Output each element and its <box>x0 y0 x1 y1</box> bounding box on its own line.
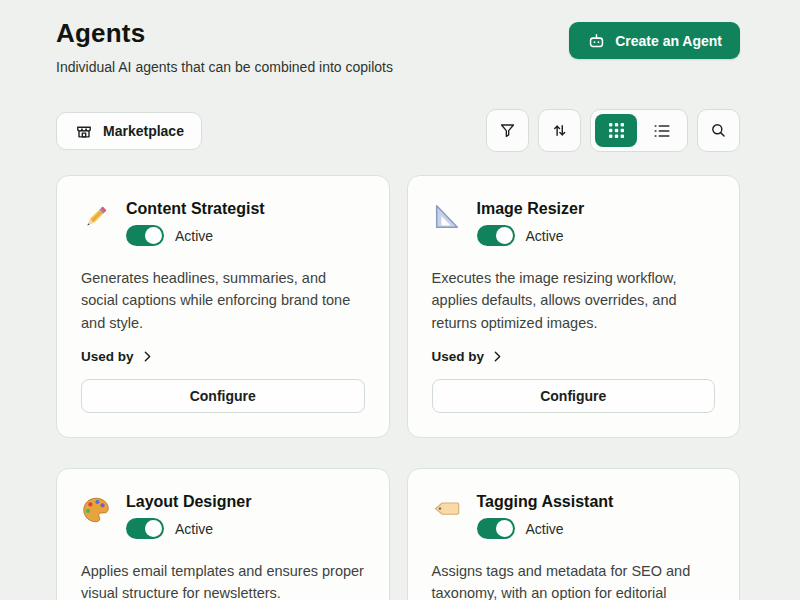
active-toggle[interactable] <box>477 518 515 539</box>
sort-arrows-icon <box>550 121 569 140</box>
page-header: Agents Individual AI agents that can be … <box>56 18 740 75</box>
sort-button[interactable] <box>538 109 581 152</box>
agent-description: Applies email templates and ensures prop… <box>81 560 365 600</box>
status-label: Active <box>175 228 213 244</box>
active-toggle[interactable] <box>126 225 164 246</box>
status-label: Active <box>175 521 213 537</box>
tag-icon <box>432 495 462 525</box>
palette-icon <box>81 495 111 525</box>
create-agent-button[interactable]: Create an Agent <box>569 22 740 59</box>
storefront-icon <box>74 121 94 141</box>
toggle-knob <box>496 520 513 537</box>
search-icon <box>709 121 728 140</box>
search-button[interactable] <box>697 109 740 152</box>
configure-button[interactable]: Configure <box>432 379 716 413</box>
agent-card-tagging-assistant: Tagging Assistant Active Assigns tags an… <box>407 468 741 600</box>
toolbar: Marketplace <box>56 109 740 152</box>
toggle-knob <box>496 227 513 244</box>
agent-card-layout-designer: Layout Designer Active Applies email tem… <box>56 468 390 600</box>
agent-description: Executes the image resizing workflow, ap… <box>432 267 716 334</box>
toggle-knob <box>145 227 162 244</box>
status-label: Active <box>526 228 564 244</box>
grid-view-toggle[interactable] <box>595 114 637 147</box>
page-subtitle: Individual AI agents that can be combine… <box>56 59 393 75</box>
toolbar-right-group <box>486 109 740 152</box>
triangle-ruler-icon <box>432 202 462 232</box>
agent-card-content-strategist: Content Strategist Active Generates head… <box>56 175 390 438</box>
header-text: Agents Individual AI agents that can be … <box>56 18 393 75</box>
agent-title: Content Strategist <box>126 200 265 218</box>
list-view-icon <box>653 122 671 140</box>
agent-title: Layout Designer <box>126 493 251 511</box>
marketplace-button[interactable]: Marketplace <box>56 112 202 150</box>
agents-grid: Content Strategist Active Generates head… <box>56 175 740 600</box>
agent-description: Assigns tags and metadata for SEO and ta… <box>432 560 716 600</box>
create-agent-label: Create an Agent <box>615 33 722 49</box>
used-by-link[interactable]: Used by <box>81 349 365 364</box>
chevron-right-icon <box>141 350 154 363</box>
agent-card-image-resizer: Image Resizer Active Executes the image … <box>407 175 741 438</box>
view-switcher <box>590 109 688 152</box>
configure-button[interactable]: Configure <box>81 379 365 413</box>
grid-view-icon <box>608 122 625 139</box>
bot-icon <box>587 31 606 50</box>
active-toggle[interactable] <box>477 225 515 246</box>
status-label: Active <box>526 521 564 537</box>
pencil-icon <box>81 202 111 232</box>
used-by-link[interactable]: Used by <box>432 349 716 364</box>
list-view-toggle[interactable] <box>641 114 683 147</box>
marketplace-label: Marketplace <box>103 123 184 139</box>
agent-description: Generates headlines, summaries, and soci… <box>81 267 365 334</box>
filter-button[interactable] <box>486 109 529 152</box>
agent-title: Tagging Assistant <box>477 493 614 511</box>
toggle-knob <box>145 520 162 537</box>
page-title: Agents <box>56 18 393 49</box>
filter-funnel-icon <box>498 121 517 140</box>
agent-title: Image Resizer <box>477 200 585 218</box>
used-by-label: Used by <box>81 349 134 364</box>
used-by-label: Used by <box>432 349 485 364</box>
agents-page: Agents Individual AI agents that can be … <box>0 0 800 600</box>
chevron-right-icon <box>491 350 504 363</box>
active-toggle[interactable] <box>126 518 164 539</box>
